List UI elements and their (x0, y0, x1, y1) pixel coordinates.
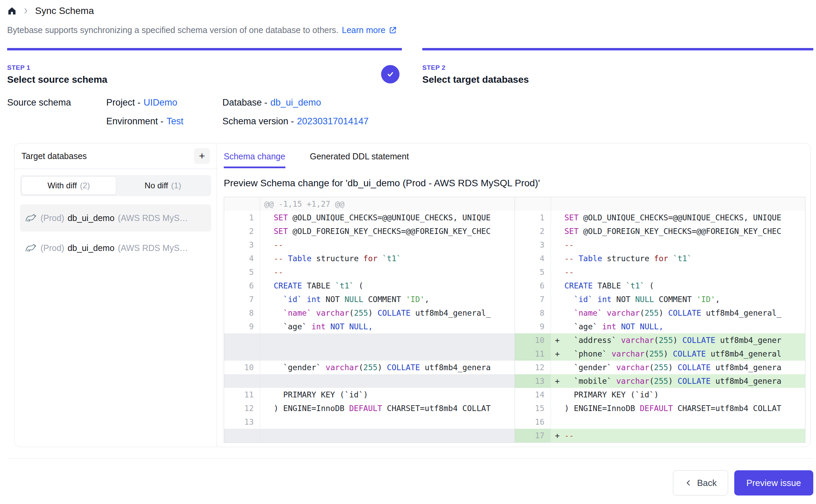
tab-schema-change[interactable]: Schema change (224, 152, 285, 168)
target-databases-title: Target databases (21, 151, 87, 161)
step-2-title: Select target databases (422, 74, 813, 85)
target-database-list: (Prod) db_ui_demo (AWS RDS MyS… (Prod) d… (15, 204, 217, 262)
step-1: STEP 1 Select source schema (7, 48, 402, 85)
environment-link[interactable]: Test (167, 116, 184, 127)
diff-row (515, 197, 805, 211)
diff-pane-target: 1 SET @OLD_UNIQUE_CHECKS=@@UNIQUE_CHECKS… (515, 197, 805, 442)
intro-text: Bytebase supports synchronizing a specif… (7, 25, 813, 35)
breadcrumb: Sync Schema (7, 0, 813, 16)
chevron-right-icon (22, 7, 30, 15)
diff-row: 10 `gender` varchar(255) COLLATE utf8mb4… (224, 361, 515, 374)
diff-row: 9 `age` int NOT NULL, (224, 320, 515, 333)
field-environment: Environment - Test (106, 116, 222, 127)
schema-change-area: Schema change Generated DDL statement Pr… (217, 143, 810, 447)
diff-row: 2 SET @OLD_FOREIGN_KEY_CHECKS=@@FOREIGN_… (224, 224, 515, 238)
diff-row: 12 ) ENGINE=InnoDB DEFAULT CHARSET=utf8m… (224, 401, 515, 415)
diff-row: 1 SET @OLD_UNIQUE_CHECKS=@@UNIQUE_CHECKS… (224, 211, 515, 224)
diff-row: 9 `age` int NOT NULL, (515, 320, 805, 333)
diff-row: 13 (224, 415, 515, 429)
diff-row (224, 347, 515, 361)
diff-row: 1 SET @OLD_UNIQUE_CHECKS=@@UNIQUE_CHECKS… (515, 211, 805, 224)
diff-row: 15 ) ENGINE=InnoDB DEFAULT CHARSET=utf8m… (515, 401, 805, 415)
diff-row: 6 CREATE TABLE `t1` ( (515, 279, 805, 293)
add-target-database-button[interactable]: + (194, 148, 210, 164)
diff-row (224, 374, 515, 388)
diff-row: 16 (515, 415, 805, 429)
preview-title: Preview Schema change for 'db_ui_demo (P… (224, 178, 805, 189)
target-databases-panel: Target databases + With diff (2) No diff… (15, 143, 217, 447)
tab-generated-ddl[interactable]: Generated DDL statement (310, 152, 409, 168)
mysql-icon (25, 213, 37, 223)
diff-row: 8 `name` varchar(255) COLLATE utf8mb4_ge… (515, 306, 805, 320)
diff-row: 6 CREATE TABLE `t1` ( (224, 279, 515, 293)
diff-row: 4 -- Table structure for `t1` (224, 252, 515, 265)
diff-row: 5 -- (515, 265, 805, 279)
external-link-icon (388, 26, 397, 35)
diff-row: 7 `id` int NOT NULL COMMENT 'ID', (224, 293, 515, 306)
field-schema-version: Schema version - 20230317014147 (222, 116, 368, 127)
diff-row: 4 -- Table structure for `t1` (515, 252, 805, 265)
field-project: Project - UIDemo (106, 97, 222, 108)
check-icon (385, 69, 395, 79)
step-2-label: STEP 2 (422, 64, 813, 72)
diff-row: 12 `gender` varchar(255) COLLATE utf8mb4… (515, 361, 805, 374)
diff-filter-tabs: With diff (2) No diff (1) (20, 175, 211, 196)
diff-row: 13+ `mobile` varchar(255) COLLATE utf8mb… (515, 374, 805, 388)
diff-row: 7 `id` int NOT NULL COMMENT 'ID', (515, 293, 805, 306)
diff-row: 11+ `phone` varchar(255) COLLATE utf8mb4… (515, 347, 805, 361)
intro-description: Bytebase supports synchronizing a specif… (7, 25, 339, 35)
diff-row: 3 -- (515, 238, 805, 252)
home-icon[interactable] (7, 6, 17, 16)
database-link[interactable]: db_ui_demo (270, 97, 321, 108)
page-title: Sync Schema (35, 5, 94, 16)
schema-version-link[interactable]: 20230317014147 (297, 116, 368, 127)
source-schema-label: Source schema (7, 97, 106, 127)
diff-row (224, 333, 515, 347)
sync-schema-page: Sync Schema Bytebase supports synchroniz… (0, 0, 816, 504)
step-1-progress-bar (7, 48, 402, 50)
with-diff-count: (2) (80, 181, 90, 190)
diff-row: 17+ -- (515, 429, 805, 442)
diff-row: 8 `name` varchar(255) COLLATE utf8mb4_ge… (224, 306, 515, 320)
diff-row (224, 429, 515, 442)
step-2: STEP 2 Select target databases (422, 48, 813, 85)
field-database: Database - db_ui_demo (222, 97, 368, 108)
step-2-progress-bar (422, 48, 813, 50)
diff-row: 14 PRIMARY KEY (`id`) (515, 388, 805, 401)
target-database-item-1[interactable]: (Prod) db_ui_demo (AWS RDS MyS… (20, 204, 211, 232)
back-button[interactable]: Back (673, 470, 728, 495)
schema-tabs: Schema change Generated DDL statement (224, 152, 805, 168)
preview-issue-button[interactable]: Preview issue (734, 470, 813, 495)
schema-diff-view: @@ -1,15 +1,27 @@1 SET @OLD_UNIQUE_CHECK… (224, 197, 805, 443)
tab-no-diff[interactable]: No diff (1) (116, 176, 210, 195)
learn-more-link[interactable]: Learn more (342, 25, 397, 35)
target-database-item-2[interactable]: (Prod) db_ui_demo (AWS RDS MyS… (20, 234, 211, 262)
diff-row: 5 -- (224, 265, 515, 279)
diff-row: 2 SET @OLD_FOREIGN_KEY_CHECKS=@@FOREIGN_… (515, 224, 805, 238)
diff-row: @@ -1,15 +1,27 @@ (224, 197, 515, 211)
footer-divider (7, 458, 813, 459)
mysql-icon (25, 243, 37, 253)
tab-with-diff[interactable]: With diff (2) (21, 176, 116, 195)
footer-actions: Back Preview issue (0, 470, 816, 495)
step-1-completed-badge (381, 65, 399, 83)
stepper: STEP 1 Select source schema STEP 2 Selec… (7, 48, 813, 85)
diff-row: 11 PRIMARY KEY (`id`) (224, 388, 515, 401)
step-1-label: STEP 1 (7, 64, 402, 72)
step-1-title: Select source schema (7, 74, 402, 85)
diff-pane-source: @@ -1,15 +1,27 @@1 SET @OLD_UNIQUE_CHECK… (224, 197, 515, 442)
diff-row: 10+ `address` varchar(255) COLLATE utf8m… (515, 333, 805, 347)
no-diff-count: (1) (171, 181, 181, 190)
diff-row: 3 -- (224, 238, 515, 252)
source-schema-summary: Source schema Project - UIDemo Database … (7, 97, 813, 127)
sync-main-panel: Target databases + With diff (2) No diff… (14, 143, 811, 447)
project-link[interactable]: UIDemo (144, 97, 177, 108)
chevron-left-icon (684, 478, 693, 487)
